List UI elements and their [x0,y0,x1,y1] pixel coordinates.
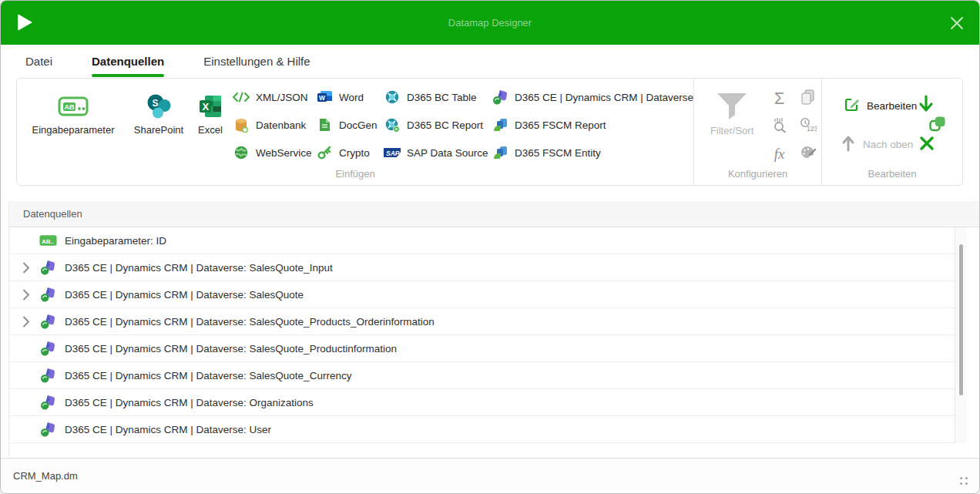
key-icon [316,146,333,160]
window-title: Datamap Designer [1,17,979,29]
svg-text:AB..: AB.. [41,238,53,245]
fscm-icon [492,146,508,160]
ribbon: Eingabeparameter S SharePoint X Excel XM… [16,78,963,186]
sum-sigma-icon[interactable]: Σ [774,89,785,109]
list-item-salesquote-currency[interactable]: D365 CE | Dynamics CRM | Dataverse: Sale… [9,362,955,389]
dataverse-icon [38,314,58,329]
d365-bc-report-button[interactable]: D365 BC Report [384,111,492,139]
list-item-eingabeparameter-id[interactable]: AB.. Eingabeparameter: ID [9,227,955,254]
delete-x-icon[interactable] [919,136,935,154]
word-icon: W [316,91,333,104]
configure-tools: Σ 123 fx [765,85,822,168]
docgen-button[interactable]: DocGen [316,111,384,139]
filter-sort-button[interactable]: Filter/Sort [697,88,767,136]
docgen-icon [316,118,333,132]
number-format-icon[interactable]: 123 [800,117,817,136]
d365-fscm-entity-button[interactable]: D365 FSCM Entity [492,139,693,166]
duplicate-icon[interactable] [928,115,947,136]
tab-datei[interactable]: Datei [25,45,52,78]
group-label-einfuegen: Einfügen [17,168,693,180]
dataverse-icon [38,341,58,356]
datasource-panel: Datenquellen AB.. Eingabeparameter: ID D… [8,201,979,459]
datasource-list: AB.. Eingabeparameter: ID D365 CE | Dyna… [9,227,955,459]
copy-pages-icon[interactable] [800,89,815,108]
input-parameter-icon: AB.. [38,234,58,247]
move-up-arrow-icon [841,134,856,155]
d365-bc-table-icon [384,90,401,104]
list-item-salesquote-input[interactable]: D365 CE | Dynamics CRM | Dataverse: Sale… [9,254,955,281]
dataverse-icon [38,395,58,410]
tab-datenquellen[interactable]: Datenquellen [92,45,164,78]
d365-ce-dataverse-button[interactable]: D365 CE | Dynamics CRM | Dataverse [492,83,693,111]
list-item-salesquote-products-orderinformation[interactable]: D365 CE | Dynamics CRM | Dataverse: Sale… [9,308,955,335]
close-icon[interactable] [948,15,965,32]
scrollbar-thumb[interactable] [959,244,963,395]
move-down-arrow-icon[interactable] [918,94,935,117]
crypto-button[interactable]: Crypto [316,139,384,166]
list-item-user[interactable]: D365 CE | Dynamics CRM | Dataverse: User [9,416,955,443]
svg-text:S: S [153,98,159,109]
group-label-konfigurieren: Konfigurieren [694,168,821,180]
resize-grip[interactable] [960,477,968,486]
list-item-organizations[interactable]: D365 CE | Dynamics CRM | Dataverse: Orga… [9,389,955,416]
group-label-bearbeiten: Bearbeiten [822,168,962,180]
nach-oben-button[interactable]: Nach oben [841,134,913,155]
sap-icon: SAP [384,147,401,158]
current-file-name: CRM_Map.dm [13,470,78,482]
sharepoint-icon: S [145,89,173,124]
search-values-icon[interactable] [772,117,787,136]
funnel-icon [715,88,749,125]
datenbank-button[interactable]: Datenbank [233,111,316,139]
app-window: Datamap Designer Datei Datenquellen Eins… [0,0,980,494]
list-item-salesquote[interactable]: D365 CE | Dynamics CRM | Dataverse: Sale… [9,281,955,308]
dataverse-icon [38,368,58,383]
d365-bc-report-icon [384,118,401,133]
sap-data-source-button[interactable]: SAPSAP Data Source [384,139,492,166]
ribbon-tab-bar: Datei Datenquellen Einstellungen & Hilfe [1,45,979,78]
database-icon [233,118,250,133]
status-bar: CRM_Map.dm [1,458,979,493]
webservice-globe-icon [233,146,250,160]
d365-bc-table-button[interactable]: D365 BC Table [384,83,492,111]
svg-text:123: 123 [807,125,817,133]
ribbon-group-konfigurieren: Filter/Sort Σ 123 fx Konfigurieren [693,79,821,185]
function-fx-icon[interactable]: fx [774,146,785,163]
dataverse-icon [492,89,508,105]
bearbeiten-button[interactable]: Bearbeiten [845,97,917,114]
dataverse-icon [38,422,58,437]
tab-einstellungen-hilfe[interactable]: Einstellungen & Hilfe [203,45,310,78]
list-item-salesquote-productinformation[interactable]: D365 CE | Dynamics CRM | Dataverse: Sale… [9,335,955,362]
format-palette-icon[interactable] [800,145,817,163]
word-button[interactable]: WWord [316,83,384,111]
panel-title: Datenquellen [23,208,82,220]
chevron-right-icon[interactable] [22,262,33,274]
input-parameter-icon [58,89,89,124]
excel-icon: X [198,89,223,124]
svg-text:W: W [319,93,326,101]
chevron-right-icon[interactable] [22,316,33,328]
svg-text:X: X [203,101,210,113]
dataverse-icon [38,287,58,302]
chevron-right-icon[interactable] [22,289,33,301]
title-bar: Datamap Designer [1,1,979,45]
scrollbar-track[interactable] [955,227,967,443]
d365-fscm-report-button[interactable]: D365 FSCM Report [492,111,693,139]
dataverse-icon [38,260,58,275]
ribbon-group-bearbeiten: Bearbeiten Nach oben Bearbeiten [821,79,962,185]
svg-text:SAP: SAP [386,150,400,157]
fscm-icon [492,118,508,132]
edit-pencil-icon [845,97,860,114]
ribbon-group-einfuegen: Eingabeparameter S SharePoint X Excel XM… [17,79,693,185]
webservice-button[interactable]: WebService [233,139,316,166]
xml-json-icon [233,92,250,102]
xml-json-button[interactable]: XML/JSON [233,83,316,111]
datasource-panel-header: Datenquellen [9,201,979,227]
list-empty-space [9,443,955,459]
